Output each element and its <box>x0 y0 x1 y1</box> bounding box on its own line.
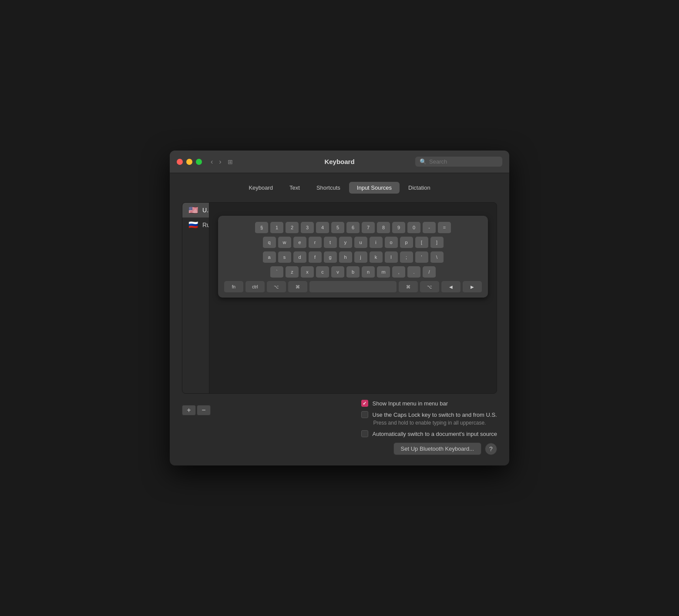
help-button[interactable]: ? <box>485 443 497 455</box>
key-equals[interactable]: = <box>438 222 451 234</box>
key-t[interactable]: t <box>324 237 337 249</box>
key-semicolon[interactable]: ; <box>400 251 413 264</box>
key-i[interactable]: i <box>370 237 383 249</box>
key-ctrl[interactable]: ctrl <box>245 281 265 293</box>
key-6[interactable]: 6 <box>346 222 360 234</box>
key-left[interactable]: ◀ <box>441 281 461 293</box>
left-bottom: + − <box>182 400 211 415</box>
content-area: Keyboard Text Shortcuts Input Sources Di… <box>170 173 509 465</box>
remove-source-button[interactable]: − <box>197 405 211 415</box>
key-1[interactable]: 1 <box>270 222 283 234</box>
close-button[interactable] <box>177 159 183 165</box>
checkbox-caps-lock[interactable] <box>361 411 368 418</box>
traffic-lights <box>177 159 202 165</box>
key-p[interactable]: p <box>400 237 413 249</box>
key-b[interactable]: b <box>346 266 360 278</box>
key-alt[interactable]: ⌥ <box>267 281 286 293</box>
key-u[interactable]: u <box>354 237 367 249</box>
add-remove-buttons: + − <box>182 405 211 415</box>
checkbox-group-auto-switch: Automatically switch to a document's inp… <box>361 430 497 437</box>
key-c[interactable]: c <box>316 266 329 278</box>
tab-bar: Keyboard Text Shortcuts Input Sources Di… <box>182 182 497 194</box>
key-8[interactable]: 8 <box>377 222 390 234</box>
search-box[interactable]: 🔍 <box>415 157 502 167</box>
bottom-buttons: Set Up Bluetooth Keyboard... ? <box>182 442 497 455</box>
key-v[interactable]: v <box>331 266 344 278</box>
search-input[interactable] <box>429 158 498 165</box>
key-space[interactable] <box>309 281 397 293</box>
source-name-us: U.S. <box>202 207 209 214</box>
nav-buttons: ‹ › <box>209 157 223 166</box>
key-quote[interactable]: ' <box>415 251 428 264</box>
key-s[interactable]: s <box>278 251 291 264</box>
checkbox-group-show-input: Show Input menu in menu bar <box>361 400 497 407</box>
key-alt-right[interactable]: ⌥ <box>420 281 439 293</box>
checkbox-row-show-input: Show Input menu in menu bar <box>361 400 497 407</box>
key-lbracket[interactable]: [ <box>415 237 428 249</box>
key-3[interactable]: 3 <box>301 222 314 234</box>
source-name-russian: Russian <box>202 221 209 228</box>
key-x[interactable]: x <box>301 266 314 278</box>
checkbox-row-caps-lock: Use the Caps Lock key to switch to and f… <box>361 411 497 418</box>
key-rbracket[interactable]: ] <box>430 237 444 249</box>
key-4[interactable]: 4 <box>316 222 329 234</box>
tab-text[interactable]: Text <box>282 182 308 194</box>
key-e[interactable]: e <box>293 237 306 249</box>
tab-keyboard[interactable]: Keyboard <box>241 182 281 194</box>
key-fn[interactable]: fn <box>224 281 243 293</box>
key-f[interactable]: f <box>309 251 322 264</box>
source-item-us[interactable]: 🇺🇸 U.S. <box>182 203 209 218</box>
bluetooth-keyboard-button[interactable]: Set Up Bluetooth Keyboard... <box>393 442 481 455</box>
key-0[interactable]: 0 <box>407 222 420 234</box>
source-item-russian[interactable]: 🇷🇺 Russian <box>182 218 209 232</box>
key-2[interactable]: 2 <box>286 222 299 234</box>
key-r[interactable]: r <box>309 237 322 249</box>
key-comma[interactable]: , <box>392 266 405 278</box>
key-cmd-right[interactable]: ⌘ <box>399 281 418 293</box>
minimize-button[interactable] <box>186 159 192 165</box>
main-panel: 🇺🇸 U.S. 🇷🇺 Russian § 1 2 3 4 <box>182 202 497 394</box>
back-button[interactable]: ‹ <box>209 157 215 166</box>
key-j[interactable]: j <box>354 251 367 264</box>
key-row-3: a s d f g h j k l ; ' \ <box>224 251 482 264</box>
key-9[interactable]: 9 <box>392 222 405 234</box>
key-backtick[interactable]: ` <box>270 266 283 278</box>
key-7[interactable]: 7 <box>362 222 375 234</box>
key-o[interactable]: o <box>385 237 398 249</box>
tab-shortcuts[interactable]: Shortcuts <box>309 182 348 194</box>
forward-button[interactable]: › <box>217 157 223 166</box>
key-n[interactable]: n <box>362 266 375 278</box>
key-l[interactable]: l <box>385 251 398 264</box>
key-backslash[interactable]: \ <box>430 251 444 264</box>
key-cmd-left[interactable]: ⌘ <box>288 281 307 293</box>
key-g[interactable]: g <box>324 251 337 264</box>
grid-icon: ⊞ <box>228 158 233 165</box>
add-source-button[interactable]: + <box>182 405 196 415</box>
key-period[interactable]: . <box>407 266 420 278</box>
key-row-5: fn ctrl ⌥ ⌘ ⌘ ⌥ ◀ ▶ <box>224 281 482 293</box>
key-w[interactable]: w <box>278 237 291 249</box>
panel-bottom: + − Show Input menu in menu bar Use the <box>182 400 497 437</box>
key-5[interactable]: 5 <box>331 222 344 234</box>
key-h[interactable]: h <box>339 251 352 264</box>
window-title: Keyboard <box>324 158 354 165</box>
maximize-button[interactable] <box>196 159 202 165</box>
checkbox-auto-switch[interactable] <box>361 430 368 437</box>
checkbox-show-input[interactable] <box>361 400 368 407</box>
key-minus[interactable]: - <box>423 222 436 234</box>
key-k[interactable]: k <box>370 251 383 264</box>
key-y[interactable]: y <box>339 237 352 249</box>
key-q[interactable]: q <box>263 237 276 249</box>
checkbox-label-auto-switch: Automatically switch to a document's inp… <box>373 431 497 437</box>
key-a[interactable]: a <box>263 251 276 264</box>
key-z[interactable]: z <box>286 266 299 278</box>
key-m[interactable]: m <box>377 266 390 278</box>
key-slash[interactable]: / <box>423 266 436 278</box>
checkbox-label-caps-lock: Use the Caps Lock key to switch to and f… <box>373 412 497 418</box>
key-d[interactable]: d <box>293 251 306 264</box>
tab-input-sources[interactable]: Input Sources <box>349 182 400 194</box>
key-right[interactable]: ▶ <box>463 281 482 293</box>
tab-dictation[interactable]: Dictation <box>400 182 438 194</box>
key-section[interactable]: § <box>255 222 268 234</box>
checkbox-row-auto-switch: Automatically switch to a document's inp… <box>361 430 497 437</box>
